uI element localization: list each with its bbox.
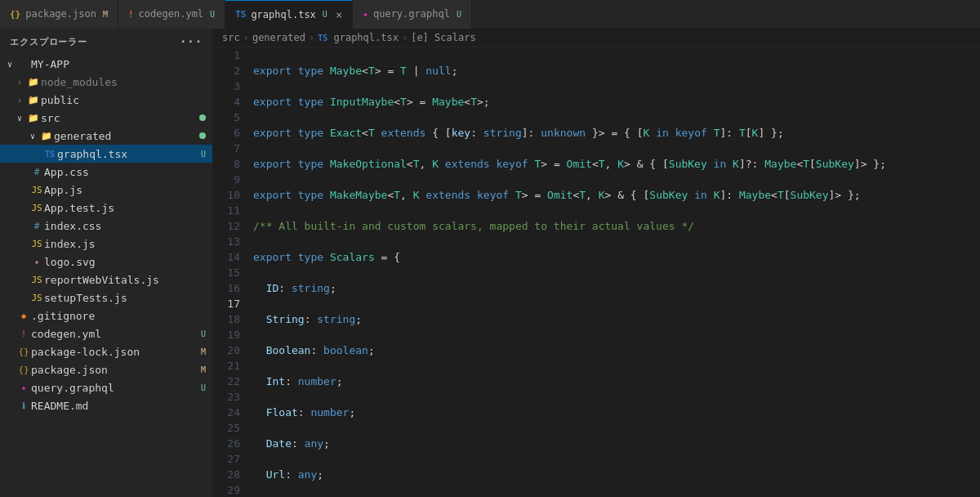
css-icon-app: # [29,167,44,177]
main-layout: エクスプローラー ··· ∨ MY-APP › 📁 node_modules ›… [0,29,980,497]
sidebar-item-logo-svg[interactable]: ✦ logo.svg [0,253,212,271]
code-line-8: ID: string; [253,280,973,296]
sidebar-label-index-js: index.js [44,238,212,250]
js-icon-index: JS [29,239,44,249]
sidebar-item-query-graphql[interactable]: ✦ query.graphql U [0,378,212,396]
tab-label-codegen-yml: codegen.yml [139,8,203,20]
badge-u-graphql-tsx: U [201,150,206,159]
breadcrumb-sep1: › [243,32,249,43]
tab-package-json[interactable]: {} package.json M [0,0,118,29]
sidebar-label-app-test-js: App.test.js [44,202,212,214]
sidebar-item-report[interactable]: JS reportWebVitals.js [0,271,212,289]
js-icon-app-test: JS [29,203,44,213]
tab-badge-m-package: M [103,10,108,19]
sidebar-item-app-js[interactable]: JS App.js [0,181,212,199]
sidebar-item-package-lock[interactable]: {} package-lock.json M [0,343,212,360]
code-line-14: Url: any; [253,467,973,482]
ln-28: 28 [219,467,240,482]
arrow-icon-src: ∨ [13,111,26,124]
sidebar-item-generated[interactable]: ∨ 📁 generated [0,127,212,145]
sidebar-label-index-css: index.css [44,220,212,232]
tab-icon-ts: TS [235,9,246,20]
sidebar-label-gitignore: .gitignore [31,310,212,322]
sidebar-label-query-graphql: query.graphql [31,382,201,394]
sidebar-item-package-json[interactable]: {} package.json M [0,360,212,378]
sidebar-item-setup-tests[interactable]: JS setupTests.js [0,289,212,307]
sidebar-header: エクスプローラー ··· [0,29,212,55]
folder-icon-src: 📁 [26,113,41,123]
svg-icon-logo: ✦ [29,257,44,267]
sidebar-dots[interactable]: ··· [180,35,203,48]
ln-5: 5 [219,110,240,125]
tab-badge-u-codegen: U [210,10,215,19]
sidebar-item-src[interactable]: ∨ 📁 src [0,109,212,127]
code-container[interactable]: 1 2 3 4 5 6 7 8 9 10 11 12 13 14 15 16 1… [212,47,980,497]
ln-17: 17 [219,296,240,311]
sidebar-item-node-modules[interactable]: › 📁 node_modules [0,73,212,91]
arrow-icon-gen: ∨ [26,129,39,142]
graphql-icon-query: ✦ [16,383,31,393]
code-line-2: export type InputMaybe<T> = Maybe<T>; [253,94,973,110]
yaml-icon-codegen: ! [16,329,31,339]
code-line-10: Boolean: boolean; [253,343,973,358]
breadcrumb-file[interactable]: TS graphql.tsx [318,32,399,43]
json-icon-pkg-lock: {} [16,347,31,357]
sidebar-label-app-js: App.js [44,184,212,196]
tab-bar: {} package.json M ! codegen.yml U TS gra… [0,0,980,29]
breadcrumb-generated[interactable]: generated [252,32,305,43]
sidebar-item-readme[interactable]: ℹ README.md [0,396,212,414]
breadcrumb-symbol[interactable]: [e] Scalars [411,32,475,43]
badge-u-query: U [201,383,206,392]
code-line-12: Float: number; [253,405,973,420]
tab-label-package-json: package.json [25,8,96,20]
ln-25: 25 [219,420,240,436]
tab-graphql-tsx[interactable]: TS graphql.tsx U × [225,0,353,29]
code-line-13: Date: any; [253,436,973,451]
ln-19: 19 [219,327,240,343]
ln-10: 10 [219,187,240,203]
editor-area: src › generated › TS graphql.tsx › [e] S… [212,29,980,497]
tab-query-graphql[interactable]: ✦ query.graphql U [353,0,472,29]
code-line-9: String: string; [253,311,973,327]
ln-11: 11 [219,203,240,218]
tab-label-graphql-tsx: graphql.tsx [251,9,315,20]
ts-icon-graphql: TS [42,150,57,159]
sidebar-item-index-css[interactable]: # index.css [0,217,212,235]
sidebar-item-app-test-js[interactable]: JS App.test.js [0,199,212,217]
ln-4: 4 [219,94,240,110]
ln-15: 15 [219,265,240,280]
ln-21: 21 [219,358,240,374]
badge-m-pkg: M [201,365,206,374]
badge-u-codegen: U [201,329,206,338]
sidebar-item-codegen[interactable]: ! codegen.yml U [0,325,212,343]
sidebar-item-graphql-tsx[interactable]: TS graphql.tsx U [0,145,212,163]
gen-modified-dot [199,132,206,139]
sidebar-label-generated: generated [54,130,199,142]
sidebar-root-label: MY-APP [31,58,212,70]
tab-close-button[interactable]: × [336,8,342,21]
sidebar-item-app-css[interactable]: # App.css [0,163,212,181]
folder-icon-gen: 📁 [39,131,54,141]
sidebar-item-index-js[interactable]: JS index.js [0,235,212,253]
sidebar-label-public: public [41,94,212,106]
arrow-icon-root: ∨ [3,57,16,70]
tab-icon-yaml: ! [128,9,134,20]
css-icon-index: # [29,221,44,231]
sidebar-item-gitignore[interactable]: ◆ .gitignore [0,307,212,325]
code-editor[interactable]: export type Maybe<T> = T | null; export … [247,47,980,497]
sidebar-label-package-json: package.json [31,364,201,376]
breadcrumb-sep3: › [402,32,408,43]
code-line-6: /** All built-in and custom scalars, map… [253,218,973,234]
sidebar-label-codegen: codegen.yml [31,328,201,340]
breadcrumb: src › generated › TS graphql.tsx › [e] S… [212,29,980,47]
tab-label-query-graphql: query.graphql [373,8,450,20]
tab-badge-u-query: U [457,10,461,19]
ln-9: 9 [219,172,240,187]
js-icon-report: JS [29,275,44,285]
sidebar-item-public[interactable]: › 📁 public [0,91,212,109]
sidebar-item-root[interactable]: ∨ MY-APP [0,55,212,73]
breadcrumb-src[interactable]: src [222,32,240,43]
tab-codegen-yml[interactable]: ! codegen.yml U [118,0,225,29]
sidebar-label-app-css: App.css [44,166,212,178]
ln-20: 20 [219,343,240,358]
